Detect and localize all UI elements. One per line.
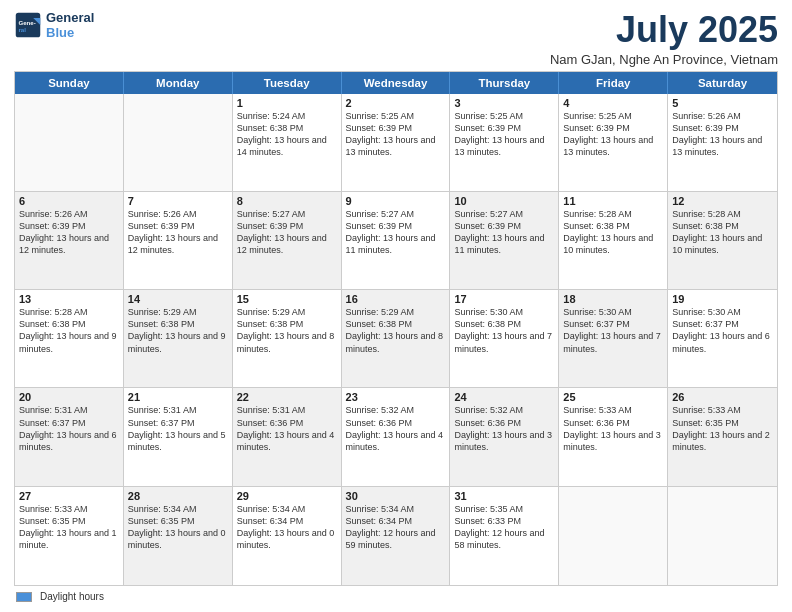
calendar-row-2: 6Sunrise: 5:26 AM Sunset: 6:39 PM Daylig… — [15, 192, 777, 290]
calendar-cell-2-2: 7Sunrise: 5:26 AM Sunset: 6:39 PM Daylig… — [124, 192, 233, 289]
cell-info: Sunrise: 5:27 AM Sunset: 6:39 PM Dayligh… — [237, 208, 337, 257]
day-number: 18 — [563, 293, 663, 305]
cell-info: Sunrise: 5:30 AM Sunset: 6:37 PM Dayligh… — [672, 306, 773, 355]
calendar-cell-5-4: 30Sunrise: 5:34 AM Sunset: 6:34 PM Dayli… — [342, 487, 451, 585]
calendar-cell-4-2: 21Sunrise: 5:31 AM Sunset: 6:37 PM Dayli… — [124, 388, 233, 485]
day-number: 5 — [672, 97, 773, 109]
cell-info: Sunrise: 5:25 AM Sunset: 6:39 PM Dayligh… — [346, 110, 446, 159]
calendar-cell-5-7 — [668, 487, 777, 585]
calendar-cell-2-6: 11Sunrise: 5:28 AM Sunset: 6:38 PM Dayli… — [559, 192, 668, 289]
calendar-cell-4-1: 20Sunrise: 5:31 AM Sunset: 6:37 PM Dayli… — [15, 388, 124, 485]
cell-info: Sunrise: 5:35 AM Sunset: 6:33 PM Dayligh… — [454, 503, 554, 552]
legend-label: Daylight hours — [40, 591, 104, 602]
legend-color-box — [16, 592, 32, 602]
cell-info: Sunrise: 5:27 AM Sunset: 6:39 PM Dayligh… — [454, 208, 554, 257]
cell-info: Sunrise: 5:29 AM Sunset: 6:38 PM Dayligh… — [237, 306, 337, 355]
calendar-cell-5-6 — [559, 487, 668, 585]
day-number: 6 — [19, 195, 119, 207]
svg-text:ral: ral — [18, 26, 26, 33]
calendar-cell-2-4: 9Sunrise: 5:27 AM Sunset: 6:39 PM Daylig… — [342, 192, 451, 289]
calendar-cell-2-3: 8Sunrise: 5:27 AM Sunset: 6:39 PM Daylig… — [233, 192, 342, 289]
day-number: 16 — [346, 293, 446, 305]
cell-info: Sunrise: 5:31 AM Sunset: 6:36 PM Dayligh… — [237, 404, 337, 453]
cell-info: Sunrise: 5:34 AM Sunset: 6:34 PM Dayligh… — [346, 503, 446, 552]
calendar-cell-3-6: 18Sunrise: 5:30 AM Sunset: 6:37 PM Dayli… — [559, 290, 668, 387]
calendar-cell-3-4: 16Sunrise: 5:29 AM Sunset: 6:38 PM Dayli… — [342, 290, 451, 387]
location: Nam GJan, Nghe An Province, Vietnam — [550, 52, 778, 67]
day-number: 12 — [672, 195, 773, 207]
calendar-cell-4-4: 23Sunrise: 5:32 AM Sunset: 6:36 PM Dayli… — [342, 388, 451, 485]
logo: Gene- ral General Blue — [14, 10, 94, 40]
cell-info: Sunrise: 5:32 AM Sunset: 6:36 PM Dayligh… — [346, 404, 446, 453]
day-number: 19 — [672, 293, 773, 305]
weekday-header-tuesday: Tuesday — [233, 72, 342, 94]
day-number: 14 — [128, 293, 228, 305]
weekday-header-sunday: Sunday — [15, 72, 124, 94]
calendar-cell-2-5: 10Sunrise: 5:27 AM Sunset: 6:39 PM Dayli… — [450, 192, 559, 289]
svg-text:Gene-: Gene- — [18, 19, 35, 26]
calendar-cell-3-3: 15Sunrise: 5:29 AM Sunset: 6:38 PM Dayli… — [233, 290, 342, 387]
cell-info: Sunrise: 5:28 AM Sunset: 6:38 PM Dayligh… — [563, 208, 663, 257]
day-number: 1 — [237, 97, 337, 109]
cell-info: Sunrise: 5:33 AM Sunset: 6:36 PM Dayligh… — [563, 404, 663, 453]
calendar-cell-1-4: 2Sunrise: 5:25 AM Sunset: 6:39 PM Daylig… — [342, 94, 451, 191]
logo-icon: Gene- ral — [14, 11, 42, 39]
day-number: 2 — [346, 97, 446, 109]
cell-info: Sunrise: 5:25 AM Sunset: 6:39 PM Dayligh… — [563, 110, 663, 159]
day-number: 15 — [237, 293, 337, 305]
calendar-row-1: 1Sunrise: 5:24 AM Sunset: 6:38 PM Daylig… — [15, 94, 777, 192]
day-number: 27 — [19, 490, 119, 502]
day-number: 23 — [346, 391, 446, 403]
calendar-cell-4-3: 22Sunrise: 5:31 AM Sunset: 6:36 PM Dayli… — [233, 388, 342, 485]
calendar-cell-3-1: 13Sunrise: 5:28 AM Sunset: 6:38 PM Dayli… — [15, 290, 124, 387]
day-number: 10 — [454, 195, 554, 207]
day-number: 22 — [237, 391, 337, 403]
day-number: 31 — [454, 490, 554, 502]
calendar-cell-1-2 — [124, 94, 233, 191]
cell-info: Sunrise: 5:26 AM Sunset: 6:39 PM Dayligh… — [128, 208, 228, 257]
day-number: 28 — [128, 490, 228, 502]
cell-info: Sunrise: 5:29 AM Sunset: 6:38 PM Dayligh… — [128, 306, 228, 355]
day-number: 8 — [237, 195, 337, 207]
calendar: SundayMondayTuesdayWednesdayThursdayFrid… — [14, 71, 778, 586]
day-number: 4 — [563, 97, 663, 109]
cell-info: Sunrise: 5:33 AM Sunset: 6:35 PM Dayligh… — [672, 404, 773, 453]
calendar-cell-1-6: 4Sunrise: 5:25 AM Sunset: 6:39 PM Daylig… — [559, 94, 668, 191]
day-number: 7 — [128, 195, 228, 207]
cell-info: Sunrise: 5:25 AM Sunset: 6:39 PM Dayligh… — [454, 110, 554, 159]
calendar-cell-3-5: 17Sunrise: 5:30 AM Sunset: 6:38 PM Dayli… — [450, 290, 559, 387]
day-number: 11 — [563, 195, 663, 207]
day-number: 3 — [454, 97, 554, 109]
cell-info: Sunrise: 5:28 AM Sunset: 6:38 PM Dayligh… — [672, 208, 773, 257]
day-number: 24 — [454, 391, 554, 403]
day-number: 13 — [19, 293, 119, 305]
calendar-cell-3-2: 14Sunrise: 5:29 AM Sunset: 6:38 PM Dayli… — [124, 290, 233, 387]
calendar-cell-5-2: 28Sunrise: 5:34 AM Sunset: 6:35 PM Dayli… — [124, 487, 233, 585]
calendar-cell-1-1 — [15, 94, 124, 191]
calendar-cell-4-5: 24Sunrise: 5:32 AM Sunset: 6:36 PM Dayli… — [450, 388, 559, 485]
day-number: 20 — [19, 391, 119, 403]
calendar-cell-1-5: 3Sunrise: 5:25 AM Sunset: 6:39 PM Daylig… — [450, 94, 559, 191]
day-number: 9 — [346, 195, 446, 207]
day-number: 17 — [454, 293, 554, 305]
logo-text: General Blue — [46, 10, 94, 40]
calendar-cell-5-1: 27Sunrise: 5:33 AM Sunset: 6:35 PM Dayli… — [15, 487, 124, 585]
calendar-cell-3-7: 19Sunrise: 5:30 AM Sunset: 6:37 PM Dayli… — [668, 290, 777, 387]
calendar-cell-2-7: 12Sunrise: 5:28 AM Sunset: 6:38 PM Dayli… — [668, 192, 777, 289]
calendar-body: 1Sunrise: 5:24 AM Sunset: 6:38 PM Daylig… — [15, 94, 777, 585]
day-number: 25 — [563, 391, 663, 403]
cell-info: Sunrise: 5:31 AM Sunset: 6:37 PM Dayligh… — [128, 404, 228, 453]
header: Gene- ral General Blue July 2025 Nam GJa… — [14, 10, 778, 67]
calendar-row-3: 13Sunrise: 5:28 AM Sunset: 6:38 PM Dayli… — [15, 290, 777, 388]
day-number: 21 — [128, 391, 228, 403]
calendar-cell-2-1: 6Sunrise: 5:26 AM Sunset: 6:39 PM Daylig… — [15, 192, 124, 289]
weekday-header-wednesday: Wednesday — [342, 72, 451, 94]
cell-info: Sunrise: 5:34 AM Sunset: 6:35 PM Dayligh… — [128, 503, 228, 552]
calendar-cell-5-3: 29Sunrise: 5:34 AM Sunset: 6:34 PM Dayli… — [233, 487, 342, 585]
calendar-cell-1-7: 5Sunrise: 5:26 AM Sunset: 6:39 PM Daylig… — [668, 94, 777, 191]
weekday-header-saturday: Saturday — [668, 72, 777, 94]
page: Gene- ral General Blue July 2025 Nam GJa… — [0, 0, 792, 612]
cell-info: Sunrise: 5:31 AM Sunset: 6:37 PM Dayligh… — [19, 404, 119, 453]
calendar-row-4: 20Sunrise: 5:31 AM Sunset: 6:37 PM Dayli… — [15, 388, 777, 486]
cell-info: Sunrise: 5:33 AM Sunset: 6:35 PM Dayligh… — [19, 503, 119, 552]
